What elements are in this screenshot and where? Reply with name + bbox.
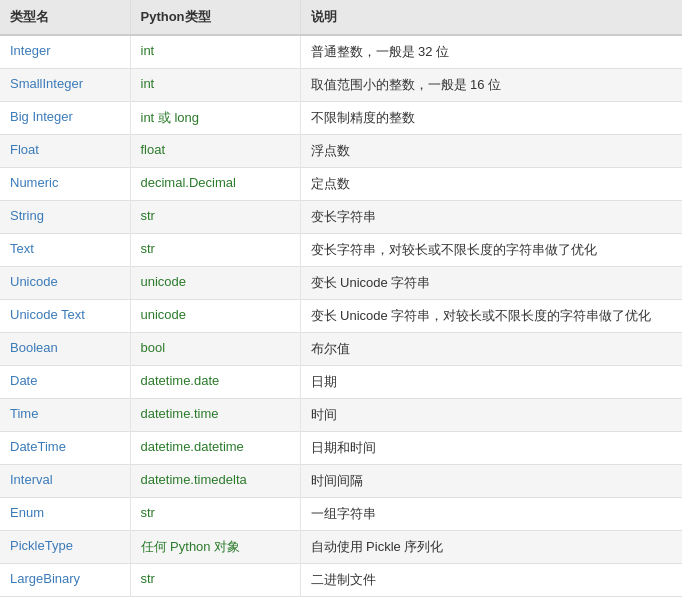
table-row: Booleanbool布尔值 bbox=[0, 333, 682, 366]
table-row: Floatfloat浮点数 bbox=[0, 135, 682, 168]
cell-type: Text bbox=[0, 234, 130, 267]
cell-type: Interval bbox=[0, 465, 130, 498]
cell-desc: 一组字符串 bbox=[300, 498, 682, 531]
cell-type: Unicode bbox=[0, 267, 130, 300]
cell-type: PickleType bbox=[0, 531, 130, 564]
cell-python: 任何 Python 对象 bbox=[130, 531, 300, 564]
cell-desc: 布尔值 bbox=[300, 333, 682, 366]
cell-desc: 日期 bbox=[300, 366, 682, 399]
table-row: Integerint普通整数，一般是 32 位 bbox=[0, 35, 682, 69]
cell-python: str bbox=[130, 201, 300, 234]
cell-python: unicode bbox=[130, 267, 300, 300]
cell-python: bool bbox=[130, 333, 300, 366]
cell-python: decimal.Decimal bbox=[130, 168, 300, 201]
cell-desc: 普通整数，一般是 32 位 bbox=[300, 35, 682, 69]
cell-python: datetime.datetime bbox=[130, 432, 300, 465]
cell-desc: 变长字符串，对较长或不限长度的字符串做了优化 bbox=[300, 234, 682, 267]
cell-python: str bbox=[130, 498, 300, 531]
cell-python: datetime.timedelta bbox=[130, 465, 300, 498]
cell-python: str bbox=[130, 564, 300, 597]
cell-python: int bbox=[130, 35, 300, 69]
cell-desc: 变长 Unicode 字符串 bbox=[300, 267, 682, 300]
table-row: Numericdecimal.Decimal定点数 bbox=[0, 168, 682, 201]
cell-type: Float bbox=[0, 135, 130, 168]
cell-type: Big Integer bbox=[0, 102, 130, 135]
table-row: LargeBinarystr二进制文件 bbox=[0, 564, 682, 597]
cell-type: Time bbox=[0, 399, 130, 432]
cell-type: Enum bbox=[0, 498, 130, 531]
table-row: Intervaldatetime.timedelta时间间隔 bbox=[0, 465, 682, 498]
table-row: PickleType任何 Python 对象自动使用 Pickle 序列化 bbox=[0, 531, 682, 564]
table-row: Stringstr变长字符串 bbox=[0, 201, 682, 234]
cell-type: DateTime bbox=[0, 432, 130, 465]
cell-desc: 时间 bbox=[300, 399, 682, 432]
cell-type: String bbox=[0, 201, 130, 234]
cell-python: unicode bbox=[130, 300, 300, 333]
cell-type: Integer bbox=[0, 35, 130, 69]
cell-type: Boolean bbox=[0, 333, 130, 366]
cell-python: int 或 long bbox=[130, 102, 300, 135]
cell-desc: 浮点数 bbox=[300, 135, 682, 168]
table-row: Big Integerint 或 long不限制精度的整数 bbox=[0, 102, 682, 135]
table-header-row: 类型名 Python类型 说明 bbox=[0, 0, 682, 35]
cell-desc: 时间间隔 bbox=[300, 465, 682, 498]
cell-desc: 变长 Unicode 字符串，对较长或不限长度的字符串做了优化 bbox=[300, 300, 682, 333]
cell-desc: 不限制精度的整数 bbox=[300, 102, 682, 135]
cell-type: Numeric bbox=[0, 168, 130, 201]
cell-type: Date bbox=[0, 366, 130, 399]
cell-type: SmallInteger bbox=[0, 69, 130, 102]
table-row: Textstr变长字符串，对较长或不限长度的字符串做了优化 bbox=[0, 234, 682, 267]
cell-python: datetime.date bbox=[130, 366, 300, 399]
table-row: Unicodeunicode变长 Unicode 字符串 bbox=[0, 267, 682, 300]
cell-python: float bbox=[130, 135, 300, 168]
table-row: SmallIntegerint取值范围小的整数，一般是 16 位 bbox=[0, 69, 682, 102]
cell-desc: 定点数 bbox=[300, 168, 682, 201]
cell-desc: 变长字符串 bbox=[300, 201, 682, 234]
table-row: Enumstr一组字符串 bbox=[0, 498, 682, 531]
table-row: Datedatetime.date日期 bbox=[0, 366, 682, 399]
cell-python: datetime.time bbox=[130, 399, 300, 432]
cell-desc: 取值范围小的整数，一般是 16 位 bbox=[300, 69, 682, 102]
cell-type: LargeBinary bbox=[0, 564, 130, 597]
header-python: Python类型 bbox=[130, 0, 300, 35]
type-reference-table: 类型名 Python类型 说明 Integerint普通整数，一般是 32 位S… bbox=[0, 0, 682, 597]
cell-python: int bbox=[130, 69, 300, 102]
cell-desc: 日期和时间 bbox=[300, 432, 682, 465]
cell-desc: 二进制文件 bbox=[300, 564, 682, 597]
cell-type: Unicode Text bbox=[0, 300, 130, 333]
header-type: 类型名 bbox=[0, 0, 130, 35]
table-row: DateTimedatetime.datetime日期和时间 bbox=[0, 432, 682, 465]
cell-desc: 自动使用 Pickle 序列化 bbox=[300, 531, 682, 564]
table-row: Timedatetime.time时间 bbox=[0, 399, 682, 432]
cell-python: str bbox=[130, 234, 300, 267]
table-row: Unicode Textunicode变长 Unicode 字符串，对较长或不限… bbox=[0, 300, 682, 333]
header-desc: 说明 bbox=[300, 0, 682, 35]
